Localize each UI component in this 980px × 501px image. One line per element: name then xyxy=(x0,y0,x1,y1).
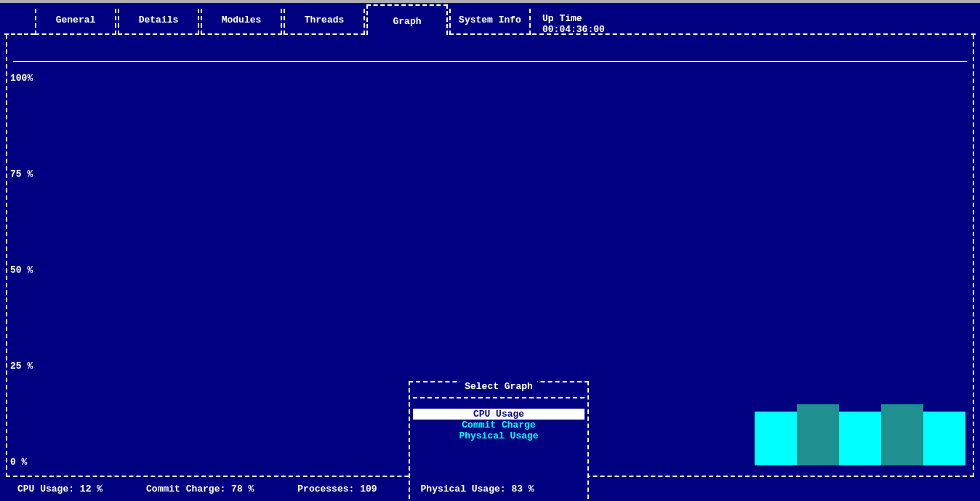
tab-modules[interactable]: Modules xyxy=(201,9,282,35)
popup-title: Select Graph xyxy=(460,381,537,392)
status-processes: Processes: 109 xyxy=(297,484,377,494)
ytick-100: 100% xyxy=(10,73,39,84)
ytick-25: 25 % xyxy=(10,361,39,372)
tab-label: Threads xyxy=(305,15,345,25)
tab-details[interactable]: Details xyxy=(118,9,199,35)
tab-bar-trailing xyxy=(532,9,976,35)
status-proc-label: Processes: xyxy=(297,484,354,494)
bar-4 xyxy=(881,404,923,465)
tab-system-info[interactable]: System Info xyxy=(449,9,531,35)
tab-label: Modules xyxy=(222,15,262,25)
popup-item-commit-charge[interactable]: Commit Charge xyxy=(413,420,585,430)
bar-5 xyxy=(923,412,965,465)
tab-label: Details xyxy=(139,15,179,25)
tab-label: Graph xyxy=(393,16,421,27)
popup-item-physical-usage[interactable]: Physical Usage xyxy=(413,430,585,441)
status-bar: CPU Usage: 12 % Commit Charge: 78 % Proc… xyxy=(6,481,974,497)
status-physical: Physical Usage: 83 % xyxy=(421,484,534,494)
status-commit-value: 78 % xyxy=(231,484,254,494)
tab-label: General xyxy=(56,15,96,25)
bar-2 xyxy=(797,404,839,465)
status-cpu: CPU Usage: 12 % xyxy=(17,484,103,494)
status-phys-label: Physical Usage: xyxy=(421,484,506,494)
ytick-75: 75 % xyxy=(10,169,39,180)
tab-general[interactable]: General xyxy=(35,9,116,35)
window-top-strip xyxy=(0,0,980,3)
status-cpu-value: 12 % xyxy=(80,484,103,494)
popup-items: CPU Usage Commit Charge Physical Usage xyxy=(413,409,585,441)
status-cpu-label: CPU Usage: xyxy=(17,484,74,494)
status-phys-value: 83 % xyxy=(511,484,534,494)
bar-3 xyxy=(839,412,881,465)
graph-bars xyxy=(755,400,965,465)
status-proc-value: 109 xyxy=(360,484,377,494)
tab-label: System Info xyxy=(459,15,521,25)
ytick-50: 50 % xyxy=(10,265,39,276)
tab-threads[interactable]: Threads xyxy=(284,9,365,35)
popup-title-row: Select Graph xyxy=(409,381,589,394)
status-commit: Commit Charge: 78 % xyxy=(146,484,254,494)
tab-graph[interactable]: Graph xyxy=(366,4,448,35)
popup-separator xyxy=(413,397,585,398)
bar-1 xyxy=(755,412,797,465)
graph-top-rule xyxy=(13,61,967,62)
popup-item-cpu-usage[interactable]: CPU Usage xyxy=(413,409,585,420)
tab-bar: General Details Modules Threads Graph Sy… xyxy=(4,4,976,35)
graph-frame: 100% 75 % 50 % 25 % 0 % Select Graph CPU… xyxy=(6,35,974,477)
tab-bar-leading xyxy=(4,9,35,35)
status-commit-label: Commit Charge: xyxy=(146,484,225,494)
ytick-0: 0 % xyxy=(10,457,39,468)
